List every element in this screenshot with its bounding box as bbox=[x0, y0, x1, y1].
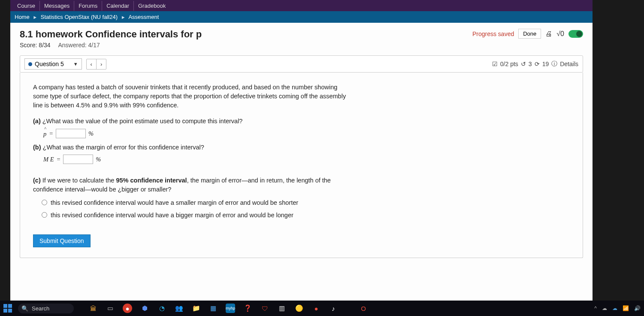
taskbar-chrome-icon[interactable]: 🟡 bbox=[294, 304, 304, 313]
part-a-label: (a) bbox=[33, 118, 41, 125]
undo-icon: ↺ bbox=[521, 61, 526, 67]
math-sqrt-icon[interactable]: √0 bbox=[556, 30, 564, 38]
taskbar-app-icon[interactable]: 🏛 bbox=[88, 304, 98, 313]
option-smaller[interactable]: this revised confidence interval would h… bbox=[42, 198, 351, 207]
tray-chevron-icon[interactable]: ^ bbox=[594, 305, 597, 311]
refresh-icon: ⟳ bbox=[535, 61, 540, 67]
crumb-home[interactable]: Home bbox=[15, 14, 30, 20]
print-icon[interactable]: 🖨 bbox=[545, 30, 552, 38]
part-a-unit: % bbox=[88, 129, 94, 138]
option-smaller-label: this revised confidence interval would h… bbox=[51, 198, 298, 207]
taskbar-taskview-icon[interactable]: ▭ bbox=[106, 304, 115, 313]
windows-taskbar: 🔍 Search 🏛 ▭ ● ⬢ ◔ 👥 📁 ▦ myhp ❓ 🛡 ▥ 🟡 ● … bbox=[0, 301, 644, 316]
taskbar-tiktok-icon[interactable]: ♪ bbox=[329, 304, 338, 313]
tray-wifi-icon[interactable]: 📶 bbox=[623, 305, 629, 311]
tray-onedrive-icon[interactable]: ☁ bbox=[612, 305, 617, 311]
taskbar-opera-icon[interactable]: O bbox=[359, 304, 368, 313]
tray-cloud-icon[interactable]: ☁ bbox=[602, 305, 607, 311]
score-text: Score: 8/34 bbox=[20, 42, 51, 49]
part-b-input[interactable] bbox=[63, 155, 93, 164]
question-body: A company has tested a batch of souvenir… bbox=[20, 73, 583, 258]
part-a-prompt: ¿What was the value of the point estimat… bbox=[42, 118, 243, 125]
question-label: Question 5 bbox=[35, 61, 64, 67]
chevron-right-icon: ► bbox=[121, 15, 126, 20]
taskbar-mcafee-icon[interactable]: 🛡 bbox=[260, 304, 269, 313]
points-text: 0/2 pts bbox=[500, 61, 518, 67]
me-symbol: M E bbox=[43, 155, 54, 164]
taskbar-teams-icon[interactable]: 👥 bbox=[174, 304, 184, 313]
search-icon: 🔍 bbox=[21, 305, 28, 312]
taskbar-search[interactable]: 🔍 Search bbox=[18, 304, 74, 313]
status-dot-icon bbox=[28, 62, 32, 66]
part-b-prompt: ¿What was the margin of error for this c… bbox=[43, 144, 204, 151]
taskbar-edge-icon[interactable]: ◔ bbox=[157, 304, 166, 313]
nav-forums[interactable]: Forums bbox=[74, 1, 102, 11]
nav-gradebook[interactable]: Gradebook bbox=[134, 1, 170, 11]
attempts-text: 19 bbox=[542, 61, 549, 67]
taskbar-app-icon[interactable]: ▥ bbox=[277, 304, 287, 313]
tray-volume-icon[interactable]: 🔊 bbox=[634, 305, 641, 311]
taskbar-app-icon[interactable]: ● bbox=[311, 304, 321, 313]
nav-messages[interactable]: Messages bbox=[40, 1, 74, 11]
question-select[interactable]: Question 5 ▼ bbox=[24, 58, 82, 70]
question-bar: Question 5 ▼ ‹ › ☑ 0/2 pts ↺ 3 ⟳ 19 ⓘ De… bbox=[20, 55, 583, 73]
breadcrumb: Home ► Statistics OpenStax (NU fall24) ►… bbox=[10, 11, 593, 23]
radio-smaller[interactable] bbox=[42, 200, 47, 205]
start-button[interactable] bbox=[3, 304, 12, 313]
page-title: 8.1 homework Confidence intervals for p bbox=[20, 29, 202, 40]
chevron-down-icon: ▼ bbox=[73, 61, 78, 67]
taskbar-help-icon[interactable]: ❓ bbox=[243, 304, 252, 313]
option-bigger-label: this revised confidence interval would h… bbox=[51, 211, 293, 220]
radio-bigger[interactable] bbox=[42, 212, 47, 218]
taskbar-store-icon[interactable]: ▦ bbox=[209, 304, 218, 313]
option-bigger[interactable]: this revised confidence interval would h… bbox=[42, 211, 351, 220]
taskbar-app-icon[interactable]: ● bbox=[123, 304, 132, 313]
done-button[interactable]: Done bbox=[518, 29, 541, 39]
next-question-button[interactable]: › bbox=[97, 59, 106, 69]
progress-saved-label: Progress saved bbox=[472, 30, 514, 37]
question-intro: A company has tested a batch of souvenir… bbox=[33, 83, 351, 110]
question-nav: ‹ › bbox=[86, 59, 107, 70]
submit-question-button[interactable]: Submit Question bbox=[33, 234, 91, 247]
p-hat-symbol: p bbox=[43, 128, 46, 139]
info-icon[interactable]: ⓘ bbox=[551, 60, 557, 68]
retries-text: 3 bbox=[529, 61, 532, 67]
top-nav: Course Messages Forums Calendar Gradeboo… bbox=[10, 0, 593, 11]
crumb-page: Assessment bbox=[128, 14, 159, 20]
checkbox-icon: ☑ bbox=[492, 61, 498, 67]
part-c-label: (c) bbox=[33, 177, 41, 184]
search-placeholder: Search bbox=[32, 305, 49, 312]
part-a-input[interactable] bbox=[56, 129, 86, 138]
nav-course[interactable]: Course bbox=[13, 1, 40, 11]
nav-calendar[interactable]: Calendar bbox=[102, 1, 134, 11]
part-b-unit: % bbox=[96, 155, 101, 164]
crumb-course[interactable]: Statistics OpenStax (NU fall24) bbox=[41, 14, 118, 20]
prev-question-button[interactable]: ‹ bbox=[87, 59, 97, 69]
taskbar-app-icon[interactable]: myhp bbox=[226, 304, 235, 313]
part-c-bold: 95% confidence interval bbox=[116, 177, 187, 184]
chevron-right-icon: ► bbox=[33, 15, 37, 20]
part-b-label: (b) bbox=[33, 144, 41, 151]
taskbar-app-icon[interactable]: ⬢ bbox=[140, 304, 149, 313]
part-c-prompt-1: If we were to calculate the bbox=[42, 177, 116, 184]
settings-toggle[interactable] bbox=[568, 30, 583, 38]
answered-text: Answered: 4/17 bbox=[58, 42, 100, 49]
details-link[interactable]: Details bbox=[560, 61, 578, 67]
taskbar-explorer-icon[interactable]: 📁 bbox=[191, 304, 201, 313]
